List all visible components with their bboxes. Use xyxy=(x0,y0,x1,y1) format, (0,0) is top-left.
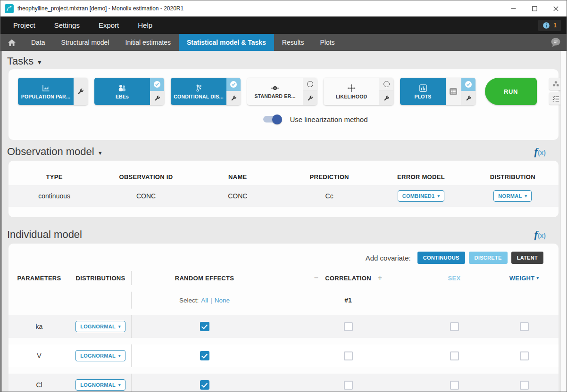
observation-model-collapse-caret-icon[interactable]: ▾ xyxy=(99,147,102,156)
add-correlation-button[interactable]: + xyxy=(371,274,389,282)
add-continuous-covariate-button[interactable]: CONTINUOUS xyxy=(417,252,465,264)
main-content: Tasks ▾ POPULATION PAR... xyxy=(0,51,567,392)
random-effect-checkbox-cl[interactable] xyxy=(200,380,209,390)
weight-checkbox-cl[interactable] xyxy=(520,381,529,390)
sex-checkbox-v[interactable] xyxy=(450,351,459,360)
random-effect-checkbox-v[interactable] xyxy=(200,351,209,360)
tab-plots[interactable]: Plots xyxy=(312,34,343,51)
add-latent-covariate-button[interactable]: LATENT xyxy=(511,252,543,264)
task-settings-button[interactable] xyxy=(303,91,317,105)
tasks-title: Tasks xyxy=(7,55,33,67)
task-settings-button[interactable] xyxy=(226,91,241,105)
chevron-down-icon: ▾ xyxy=(525,194,527,198)
col-distributions: DISTRIBUTIONS xyxy=(70,271,131,285)
tab-results[interactable]: Results xyxy=(274,34,312,51)
linearization-toggle[interactable] xyxy=(263,114,282,124)
notifications-button[interactable]: 1 xyxy=(538,20,561,31)
home-tab[interactable] xyxy=(0,34,23,51)
distribution-dropdown-v[interactable]: LOGNORMAL▾ xyxy=(75,350,125,361)
individual-table-header: PARAMETERS DISTRIBUTIONS RANDOM EFFECTS … xyxy=(8,271,559,285)
notification-count: 1 xyxy=(553,22,557,29)
tab-data[interactable]: Data xyxy=(23,34,53,51)
distribution-dropdown-cl[interactable]: LOGNORMAL▾ xyxy=(75,379,125,391)
menu-help[interactable]: Help xyxy=(138,21,152,29)
monolix-logo-icon xyxy=(5,4,14,13)
individual-model-title: Individual model xyxy=(7,229,82,241)
task-conditional-distribution[interactable]: CONDITIONAL DIS... xyxy=(171,78,241,105)
task-plots[interactable]: PLOTS xyxy=(400,78,475,105)
random-effects-select: Select: All | None xyxy=(131,292,277,309)
observation-formula-button[interactable]: f(x) xyxy=(534,147,546,157)
error-model-dropdown[interactable]: COMBINED1▾ xyxy=(398,190,445,202)
weight-checkbox-ka[interactable] xyxy=(520,322,529,331)
menu-settings[interactable]: Settings xyxy=(54,21,80,29)
plots-list-button[interactable] xyxy=(446,78,461,105)
close-button[interactable] xyxy=(545,0,567,16)
obs-type-value: continuous xyxy=(8,185,100,207)
col-name: NAME xyxy=(192,168,284,185)
add-covariate-row: Add covariate: CONTINUOUS DISCRETE LATEN… xyxy=(8,251,559,264)
window-title: theophylline_project.mlxtran [demo] - Mo… xyxy=(17,5,183,12)
task-population-parameters[interactable]: POPULATION PAR... xyxy=(18,78,88,105)
task-settings-button[interactable] xyxy=(150,91,164,105)
distribution-dropdown[interactable]: NORMAL▾ xyxy=(493,190,532,202)
run-button[interactable]: RUN xyxy=(485,78,537,105)
distribution-dropdown-ka[interactable]: LOGNORMAL▾ xyxy=(75,321,125,332)
task-label: LIKELIHOOD xyxy=(336,94,367,99)
vertical-scrollbar[interactable] xyxy=(560,51,567,392)
minimize-button[interactable] xyxy=(503,0,524,16)
remove-correlation-button[interactable]: − xyxy=(308,274,325,282)
task-likelihood[interactable]: LIKELIHOOD xyxy=(324,78,393,105)
add-discrete-covariate-button[interactable]: DISCRETE xyxy=(469,252,508,264)
add-covariate-label: Add covariate: xyxy=(366,254,411,262)
empty-circle-icon xyxy=(384,81,390,87)
col-weight-dropdown[interactable]: WEIGHT ▾ xyxy=(490,271,559,285)
obs-id-value: CONC xyxy=(100,185,192,207)
tab-structural-model[interactable]: Structural model xyxy=(53,34,117,51)
tasks-collapse-caret-icon[interactable]: ▾ xyxy=(38,57,41,66)
tab-initial-estimates[interactable]: Initial estimates xyxy=(117,34,179,51)
col-observation-id: OBSERVATION ID xyxy=(100,168,192,185)
task-settings-button[interactable] xyxy=(74,78,88,105)
correlation-checkbox-cl[interactable] xyxy=(344,381,353,390)
individual-model-header: Individual model f(x) xyxy=(7,229,567,241)
task-standard-errors[interactable]: STANDARD ER... xyxy=(247,78,317,105)
feedback-bubble-button[interactable] xyxy=(545,34,567,51)
select-all-link[interactable]: All xyxy=(201,297,208,304)
chat-bubble-icon xyxy=(550,37,561,48)
parameter-row-v: V LOGNORMAL▾ xyxy=(8,344,559,367)
menu-export[interactable]: Export xyxy=(99,21,119,29)
task-settings-button[interactable] xyxy=(461,91,475,105)
observation-table-header: TYPE OBSERVATION ID NAME PREDICTION ERRO… xyxy=(8,168,559,185)
task-unselected-badge[interactable] xyxy=(379,78,393,91)
col-distribution: DISTRIBUTION xyxy=(467,168,559,185)
check-circle-icon xyxy=(230,81,237,88)
col-parameters: PARAMETERS xyxy=(8,271,70,285)
tab-statistical-model-tasks[interactable]: Statistical model & Tasks xyxy=(179,34,274,51)
task-selected-badge[interactable] xyxy=(150,78,164,91)
task-label: PLOTS xyxy=(414,94,431,99)
individual-model-card: Add covariate: CONTINUOUS DISCRETE LATEN… xyxy=(8,244,559,388)
menu-project[interactable]: Project xyxy=(13,21,35,29)
weight-checkbox-v[interactable] xyxy=(520,351,529,360)
correlation-checkbox-v[interactable] xyxy=(344,351,353,360)
select-none-link[interactable]: None xyxy=(215,297,230,304)
task-selected-badge[interactable] xyxy=(461,78,475,91)
task-ebes[interactable]: EBEs xyxy=(94,78,164,105)
parameter-name: ka xyxy=(8,315,70,338)
check-circle-icon xyxy=(465,81,472,88)
chevron-down-icon: ▾ xyxy=(118,383,121,387)
individual-formula-button[interactable]: f(x) xyxy=(534,229,546,240)
sex-checkbox-ka[interactable] xyxy=(450,322,459,331)
sex-checkbox-cl[interactable] xyxy=(450,381,459,390)
random-effect-checkbox-ka[interactable] xyxy=(200,322,209,331)
task-settings-button[interactable] xyxy=(379,91,393,105)
maximize-button[interactable] xyxy=(524,0,545,16)
obs-name-value: CONC xyxy=(192,185,284,207)
wrench-icon xyxy=(154,95,160,101)
people-icon xyxy=(117,84,127,92)
correlation-checkbox-ka[interactable] xyxy=(344,322,353,331)
task-selected-badge[interactable] xyxy=(226,78,241,91)
obs-prediction-value: Cc xyxy=(284,185,375,207)
task-unselected-badge[interactable] xyxy=(303,78,317,91)
